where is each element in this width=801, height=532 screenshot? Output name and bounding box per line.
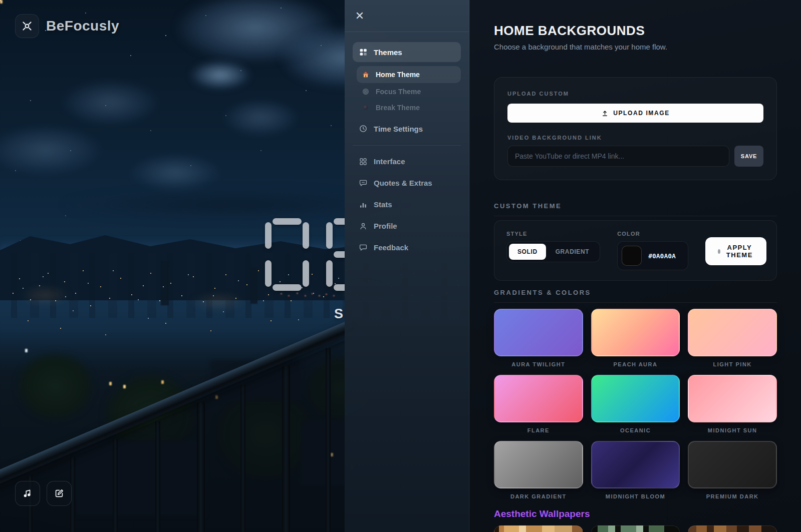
color-swatch[interactable]: [622, 246, 642, 266]
settings-sidebar: ✕ Themes Home Theme: [345, 0, 469, 532]
day-label: SU: [334, 306, 345, 322]
music-icon: [22, 488, 33, 499]
app-window: SU BeFocusly ✕: [0, 0, 801, 532]
sidebar-item-themes[interactable]: Themes: [353, 42, 461, 62]
video-link-input[interactable]: [507, 146, 729, 167]
sidebar-item-time-settings[interactable]: Time Settings: [353, 120, 461, 137]
sidebar-item-label: Stats: [374, 200, 392, 209]
edit-icon: [54, 488, 65, 499]
sidebar-item-label: Feedback: [374, 243, 408, 252]
sidebar-item-label: Home Theme: [376, 71, 420, 79]
moon-sphere-icon: [362, 104, 370, 112]
sidebar-item-label: Themes: [374, 48, 402, 57]
sidebar-item-label: Break Theme: [376, 104, 420, 112]
style-label: STYLE: [506, 231, 600, 237]
wallpaper-thumb[interactable]: [494, 525, 583, 532]
gradients-section-label: GRADIENTS & COLORS: [494, 289, 777, 303]
home-icon: [362, 71, 370, 79]
gradient-option[interactable]: FLARE: [494, 375, 583, 433]
sidebar-item-feedback[interactable]: Feedback: [353, 237, 461, 258]
sidebar-item-profile[interactable]: Profile: [353, 215, 461, 237]
color-label: COLOR: [617, 231, 688, 237]
gradient-option[interactable]: MIDNIGHT BLOOM: [591, 441, 680, 499]
gradient-option[interactable]: MIDNIGHT SUN: [688, 375, 777, 433]
focus-crosshair-icon: [15, 14, 39, 38]
sidebar-item-stats[interactable]: Stats: [353, 194, 461, 215]
sidebar-item-home-theme[interactable]: Home Theme: [357, 66, 461, 83]
gradient-option[interactable]: DARK GRADIENT: [494, 441, 583, 499]
video-background-link-label: VIDEO BACKGROUND LINK: [507, 135, 763, 141]
save-button[interactable]: SAVE: [734, 146, 763, 167]
grid-icon: [359, 48, 368, 57]
app-title: BeFocusly: [46, 18, 119, 34]
wallpapers-title: Aesthetic Wallpapers: [494, 508, 777, 519]
gradient-option[interactable]: OCEANIC: [591, 375, 680, 433]
custom-theme-card: STYLE SOLID GRADIENT COLOR #0A0A0A APPLY…: [494, 220, 777, 281]
wallpaper-thumb[interactable]: [591, 525, 680, 532]
theme-dot-icon: [718, 249, 720, 254]
page-subtitle: Choose a background that matches your ho…: [494, 43, 777, 51]
gradient-option[interactable]: PEACH AURA: [591, 309, 680, 367]
apply-theme-button[interactable]: APPLY THEME: [705, 237, 766, 265]
sidebar-item-quotes-extras[interactable]: Quotes & Extras: [353, 172, 461, 194]
target-icon: [362, 88, 370, 96]
bar-chart-icon: [359, 200, 368, 209]
feedback-bubble-icon: [359, 243, 368, 252]
sidebar-item-break-theme[interactable]: Break Theme: [357, 100, 461, 115]
upload-custom-label: UPLOAD CUSTOM: [507, 91, 763, 97]
wallpaper-thumb-grid: [494, 525, 777, 532]
person-icon: [359, 222, 368, 231]
upload-icon: [601, 110, 609, 117]
app-logo: BeFocusly: [15, 14, 119, 38]
color-hex-value: #0A0A0A: [648, 252, 676, 260]
interface-grid-icon: [359, 157, 368, 166]
close-icon[interactable]: ✕: [353, 9, 367, 23]
solid-toggle-option[interactable]: SOLID: [509, 244, 546, 260]
clock-digit-8: [326, 218, 345, 291]
color-group: COLOR #0A0A0A: [617, 231, 688, 270]
color-picker-box: #0A0A0A: [617, 241, 688, 270]
sidebar-item-interface[interactable]: Interface: [353, 151, 461, 172]
speech-bubble-icon: [359, 179, 368, 188]
upload-image-button[interactable]: UPLOAD IMAGE: [507, 104, 763, 123]
clock-display: SU: [0, 0, 345, 532]
sidebar-item-label: Quotes & Extras: [374, 179, 432, 187]
sidebar-item-focus-theme[interactable]: Focus Theme: [357, 84, 461, 99]
gradient-option[interactable]: LIGHT PINK: [688, 309, 777, 367]
sidebar-item-label: Profile: [374, 222, 397, 230]
edit-button[interactable]: [47, 481, 72, 506]
sidebar-item-label: Interface: [374, 157, 405, 166]
gradient-option[interactable]: PREMIUM DARK: [688, 441, 777, 499]
music-button[interactable]: [15, 481, 40, 506]
gradient-option[interactable]: AURA TWILIGHT: [494, 309, 583, 367]
home-backgrounds-panel: HOME BACKGROUNDS Choose a background tha…: [469, 0, 801, 532]
sidebar-item-label: Time Settings: [374, 125, 423, 133]
custom-theme-section-label: CUSTOM THEME: [494, 202, 777, 216]
page-title: HOME BACKGROUNDS: [494, 23, 777, 39]
upload-custom-card: UPLOAD CUSTOM UPLOAD IMAGE VIDEO BACKGRO…: [494, 77, 777, 180]
clock-digit-0: [265, 218, 309, 291]
style-group: STYLE SOLID GRADIENT: [506, 231, 600, 262]
wallpaper-thumb[interactable]: [688, 525, 777, 532]
clock-icon: [359, 124, 368, 133]
style-toggle: SOLID GRADIENT: [506, 241, 600, 262]
sidebar-header: ✕: [345, 0, 469, 32]
sidebar-item-label: Focus Theme: [376, 88, 421, 96]
gradient-swatch-grid: AURA TWILIGHT PEACH AURA LIGHT PINK FLAR…: [494, 309, 777, 499]
gradient-toggle-option[interactable]: GRADIENT: [547, 244, 598, 260]
